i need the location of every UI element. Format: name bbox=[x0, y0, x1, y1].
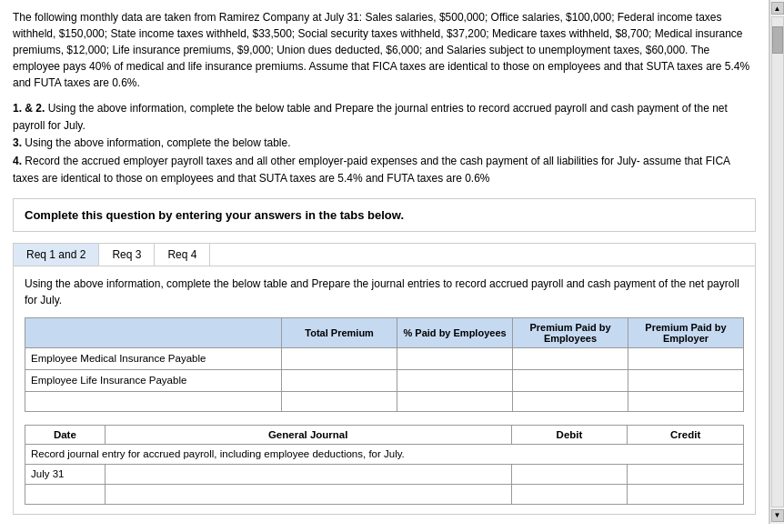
complete-box: Complete this question by entering your … bbox=[13, 198, 756, 232]
q3-label: 3. bbox=[13, 136, 22, 149]
questions-block: 1. & 2. Using the above information, com… bbox=[13, 100, 756, 187]
insurance-header-total: Total Premium bbox=[282, 317, 397, 347]
journal-debit-input-2[interactable] bbox=[511, 484, 628, 504]
insurance-header-paid-emp: Premium Paid by Employees bbox=[513, 317, 628, 347]
journal-table: Date General Journal Debit Credit Record… bbox=[25, 425, 744, 505]
scrollbar-thumb[interactable] bbox=[772, 26, 783, 54]
journal-header-debit: Debit bbox=[511, 425, 628, 444]
medical-paid-emp-input[interactable] bbox=[513, 347, 628, 369]
q1-text: Using the above information, complete th… bbox=[13, 102, 728, 132]
medical-paid-employer-input[interactable] bbox=[628, 347, 744, 369]
medical-total-input[interactable] bbox=[282, 347, 397, 369]
medical-pct-input[interactable] bbox=[397, 347, 513, 369]
insurance-header-label bbox=[25, 317, 282, 347]
life-paid-emp-input[interactable] bbox=[513, 369, 628, 391]
life-paid-employer-input[interactable] bbox=[628, 369, 744, 391]
complete-box-title: Complete this question by entering your … bbox=[25, 208, 404, 222]
life-pct-input[interactable] bbox=[397, 369, 513, 391]
journal-date-cell: July 31 bbox=[25, 464, 106, 484]
journal-credit-input-2[interactable] bbox=[628, 484, 744, 504]
q4-label: 4. bbox=[13, 155, 22, 167]
journal-debit-input-1[interactable] bbox=[511, 464, 628, 484]
journal-desc-input-1[interactable] bbox=[105, 464, 511, 484]
table-row bbox=[25, 484, 744, 504]
scroll-up-button[interactable]: ▲ bbox=[771, 2, 784, 15]
journal-header-credit: Credit bbox=[628, 425, 744, 444]
journal-desc-input-2[interactable] bbox=[105, 484, 511, 504]
insurance-header-pct: % Paid by Employees bbox=[397, 317, 513, 347]
table-row: Employee Medical Insurance Payable bbox=[25, 347, 744, 369]
life-total-input[interactable] bbox=[282, 369, 397, 391]
journal-date-cell-2 bbox=[25, 484, 106, 504]
tab-description: Using the above information, complete th… bbox=[25, 276, 744, 308]
table-row-empty bbox=[25, 391, 744, 411]
scrollbar: ▲ ▼ bbox=[769, 0, 784, 524]
scrollbar-track[interactable] bbox=[771, 16, 784, 507]
tab-req3[interactable]: Req 3 bbox=[99, 244, 155, 266]
tab-req4[interactable]: Req 4 bbox=[155, 244, 210, 266]
tabs-row: Req 1 and 2 Req 3 Req 4 bbox=[13, 243, 756, 266]
scroll-down-button[interactable]: ▼ bbox=[771, 509, 784, 522]
journal-note: Record journal entry for accrued payroll… bbox=[25, 444, 744, 464]
tab-content-req1and2: Using the above information, complete th… bbox=[13, 266, 756, 515]
medical-insurance-label: Employee Medical Insurance Payable bbox=[25, 347, 282, 369]
q1-label: 1. & 2. bbox=[13, 102, 45, 115]
life-insurance-label: Employee Life Insurance Payable bbox=[25, 369, 282, 391]
tab-req1and2[interactable]: Req 1 and 2 bbox=[14, 244, 99, 266]
journal-header-desc: General Journal bbox=[105, 425, 511, 444]
insurance-table: Total Premium % Paid by Employees Premiu… bbox=[25, 317, 744, 412]
intro-paragraph: The following monthly data are taken fro… bbox=[13, 9, 756, 91]
insurance-header-paid-employer: Premium Paid by Employer bbox=[628, 317, 744, 347]
table-row: Employee Life Insurance Payable bbox=[25, 369, 744, 391]
journal-header-date: Date bbox=[25, 425, 106, 444]
journal-credit-input-1[interactable] bbox=[628, 464, 744, 484]
q4-text: Record the accrued employer payroll taxe… bbox=[13, 155, 729, 185]
q3-text: Using the above information, complete th… bbox=[25, 136, 290, 149]
journal-note-row: Record journal entry for accrued payroll… bbox=[25, 444, 744, 464]
table-row: July 31 bbox=[25, 464, 744, 484]
